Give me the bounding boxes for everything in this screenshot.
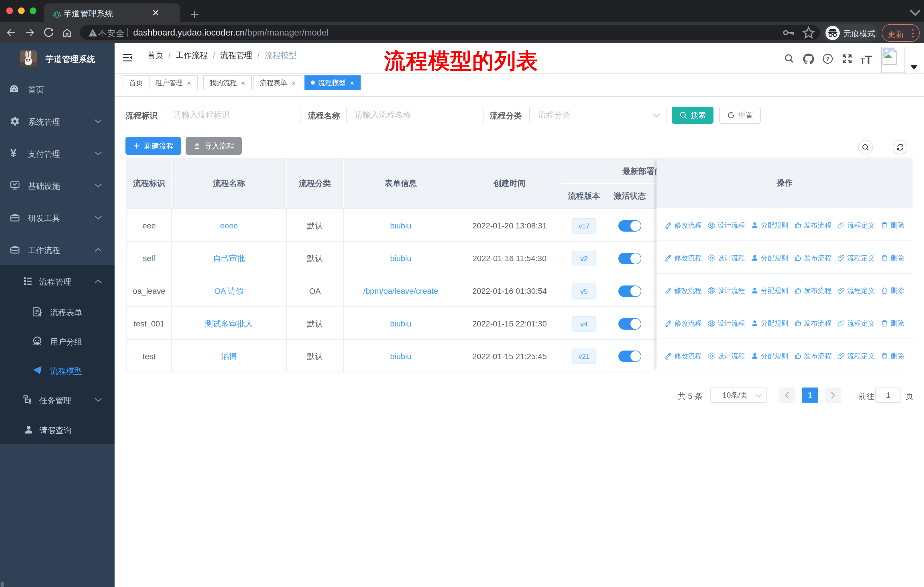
svg-text:?: ? (826, 56, 830, 62)
